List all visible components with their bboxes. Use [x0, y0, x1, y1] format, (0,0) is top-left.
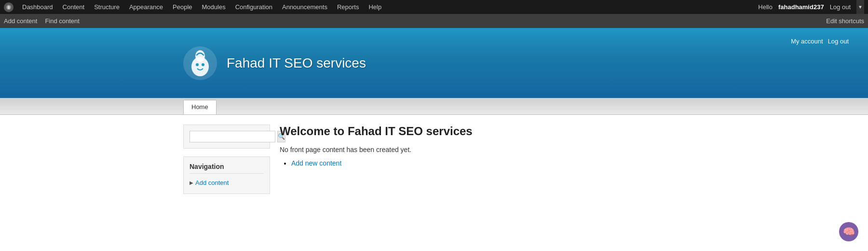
- header-logout-link[interactable]: Log out: [828, 38, 849, 45]
- admin-nav-appearance[interactable]: Appearance: [124, 0, 168, 14]
- hello-text: Hello: [758, 3, 773, 11]
- navigation-block: Navigation ▶ Add content: [183, 156, 270, 194]
- search-form: 🔍: [190, 131, 264, 142]
- find-content-shortcut[interactable]: Find content: [45, 17, 80, 25]
- username[interactable]: fahadhamid237: [778, 3, 824, 11]
- no-content-message: No front page content has been created y…: [280, 146, 685, 153]
- nav-add-content-item: ▶ Add content: [190, 178, 264, 188]
- admin-nav-configuration[interactable]: Configuration: [231, 0, 277, 14]
- search-block: 🔍: [183, 125, 270, 149]
- admin-nav-content[interactable]: Content: [58, 0, 90, 14]
- admin-nav-people[interactable]: People: [168, 0, 197, 14]
- sidebar: 🔍 Navigation ▶ Add content: [183, 125, 270, 240]
- home-tab[interactable]: Home: [183, 100, 217, 114]
- admin-nav-structure[interactable]: Structure: [89, 0, 124, 14]
- site-nav: Home: [0, 98, 868, 115]
- shortcut-links: Add content Find content: [4, 17, 80, 25]
- site-header: Fahad IT SEO services My account Log out: [0, 28, 868, 98]
- page-title: Welcome to Fahad IT SEO services: [280, 125, 685, 138]
- add-new-content-link[interactable]: Add new content: [291, 159, 341, 167]
- dropdown-arrow-icon[interactable]: ▼: [856, 0, 864, 14]
- page-content: Welcome to Fahad IT SEO services No fron…: [280, 125, 685, 240]
- add-content-shortcut[interactable]: Add content: [4, 17, 37, 25]
- admin-nav-reports[interactable]: Reports: [332, 0, 364, 14]
- admin-logout-link[interactable]: Log out: [830, 3, 851, 11]
- add-new-content-item: Add new content: [291, 159, 685, 167]
- my-account-link[interactable]: My account: [791, 38, 823, 45]
- header-user-links: My account Log out: [791, 38, 849, 45]
- arrow-icon: ▶: [190, 180, 193, 185]
- navigation-block-title: Navigation: [190, 163, 264, 174]
- admin-bar: Dashboard Content Structure Appearance P…: [0, 0, 868, 14]
- brain-icon[interactable]: 🧠: [839, 222, 858, 241]
- home-icon[interactable]: [4, 2, 14, 12]
- admin-nav-announcements[interactable]: Announcements: [277, 0, 332, 14]
- edit-shortcuts-link[interactable]: Edit shortcuts: [826, 17, 864, 25]
- search-input[interactable]: [190, 131, 275, 142]
- content-links: Add new content: [280, 159, 685, 167]
- site-title: Fahad IT SEO services: [227, 56, 366, 71]
- drupal-logo: [183, 46, 217, 80]
- nav-add-content-link[interactable]: Add content: [195, 179, 229, 186]
- logo-area: Fahad IT SEO services: [183, 46, 366, 80]
- svg-point-5: [202, 63, 204, 66]
- svg-point-3: [195, 50, 205, 62]
- svg-point-4: [196, 63, 199, 66]
- admin-nav-items: Dashboard Content Structure Appearance P…: [17, 0, 758, 14]
- admin-nav-modules[interactable]: Modules: [197, 0, 231, 14]
- main-content: 🔍 Navigation ▶ Add content Welcome to Fa…: [0, 115, 868, 250]
- user-area: Hello fahadhamid237 Log out ▼: [758, 0, 864, 14]
- admin-nav-dashboard[interactable]: Dashboard: [17, 0, 58, 14]
- shortcuts-bar: Add content Find content Edit shortcuts: [0, 14, 868, 28]
- admin-nav-help[interactable]: Help: [364, 0, 386, 14]
